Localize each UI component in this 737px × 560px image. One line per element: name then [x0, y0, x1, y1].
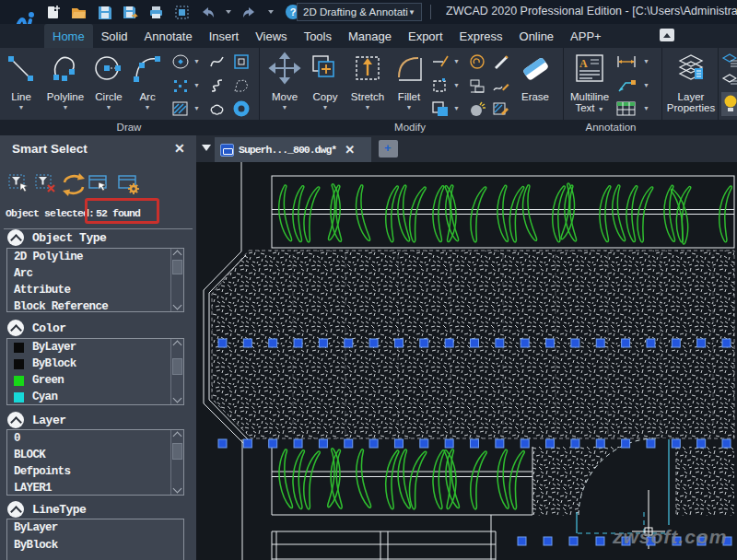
- dimension-dropdown-icon[interactable]: ▼: [643, 58, 649, 64]
- circle-dropdown-icon[interactable]: ▼: [90, 104, 127, 111]
- open-file-icon[interactable]: [71, 5, 88, 20]
- offset-dropdown-icon[interactable]: ▼: [453, 105, 460, 111]
- tab-online[interactable]: Online: [511, 24, 563, 48]
- list-item[interactable]: Defpoints: [7, 463, 183, 480]
- section-linetype[interactable]: LineType: [7, 501, 86, 518]
- leader-dropdown-icon[interactable]: ▼: [643, 82, 649, 88]
- line-button[interactable]: Line ▼: [2, 52, 41, 111]
- region-icon[interactable]: [232, 53, 251, 70]
- point-dropdown-icon[interactable]: ▼: [193, 82, 200, 88]
- edit-polyline-icon[interactable]: [492, 53, 510, 70]
- section-object-type[interactable]: Object Type: [7, 229, 106, 246]
- select-window-button[interactable]: [87, 172, 112, 197]
- drawing-canvas[interactable]: [196, 162, 737, 560]
- layer-properties-button[interactable]: LayerProperties: [665, 52, 717, 113]
- collapse-section-icon[interactable]: [7, 229, 24, 246]
- section-layer[interactable]: Layer: [7, 412, 66, 428]
- wipeout-icon[interactable]: [232, 77, 251, 94]
- linetype-list[interactable]: ByLayer ByBlock: [6, 519, 184, 560]
- collapse-section-icon[interactable]: [7, 320, 24, 336]
- fillet-button[interactable]: Fillet ▼: [391, 52, 427, 111]
- layer-state-icon[interactable]: [721, 52, 737, 67]
- doc-tab-dropdown-icon[interactable]: [202, 145, 211, 151]
- print-preview-icon[interactable]: [174, 5, 190, 20]
- section-color[interactable]: Color: [7, 320, 66, 336]
- list-item[interactable]: ByLayer: [7, 339, 183, 356]
- edit-spline-icon[interactable]: [492, 77, 510, 94]
- list-item[interactable]: BLOCK: [7, 447, 183, 463]
- tab-annotate[interactable]: Annotate: [136, 24, 201, 48]
- object-type-list[interactable]: 2D Polyline Arc Attribute Block Referenc…: [6, 248, 184, 312]
- tab-home[interactable]: Home: [44, 24, 93, 48]
- move-button[interactable]: Move ▼: [265, 52, 304, 111]
- list-item[interactable]: Arc: [7, 265, 183, 282]
- select-filter-button[interactable]: [6, 172, 32, 197]
- list-item[interactable]: ByLayer: [7, 519, 183, 537]
- save-as-icon[interactable]: [123, 5, 138, 20]
- invert-selection-button[interactable]: [61, 172, 87, 197]
- ellipse-dropdown-icon[interactable]: ▼: [193, 58, 200, 64]
- multiline-text-button[interactable]: A MultilineText ▼: [567, 52, 612, 115]
- undo-icon[interactable]: [200, 6, 215, 19]
- scrollbar[interactable]: [170, 249, 183, 311]
- tab-tools[interactable]: Tools: [296, 24, 340, 48]
- polyline-dropdown-icon[interactable]: ▼: [42, 104, 88, 111]
- list-item[interactable]: LAYER1: [7, 480, 183, 496]
- fillet-dropdown-icon[interactable]: ▼: [391, 104, 427, 111]
- scale-dropdown-icon[interactable]: ▼: [453, 82, 460, 88]
- tab-insert[interactable]: Insert: [201, 24, 248, 48]
- scale-icon[interactable]: [431, 77, 450, 94]
- trim-icon[interactable]: [431, 53, 450, 70]
- collapse-section-icon[interactable]: [7, 412, 24, 428]
- line-dropdown-icon[interactable]: ▼: [2, 104, 41, 111]
- ribbon-collapse-button[interactable]: [660, 29, 674, 41]
- redo-icon[interactable]: [242, 6, 257, 19]
- save-icon[interactable]: [98, 5, 112, 20]
- select-settings-button[interactable]: [116, 172, 142, 197]
- ellipse-icon[interactable]: [171, 53, 190, 70]
- drawing-area[interactable]: Superh..._800.dwg* ✕ zwsoft.com: [196, 135, 737, 560]
- spline-icon[interactable]: [208, 53, 227, 70]
- polyline-button[interactable]: Polyline ▼: [42, 52, 88, 111]
- leader-icon[interactable]: [615, 77, 638, 94]
- redo-dropdown-icon[interactable]: [267, 8, 275, 16]
- layer-on-bulb-icon[interactable]: [721, 92, 737, 116]
- arc-dropdown-icon[interactable]: ▼: [129, 104, 166, 111]
- copy-button[interactable]: Copy ▼: [306, 52, 345, 111]
- dimension-icon[interactable]: [615, 53, 638, 70]
- spline-fit-icon[interactable]: [208, 77, 227, 94]
- list-item[interactable]: ByBlock: [7, 537, 183, 554]
- clear-filter-button[interactable]: [33, 172, 59, 197]
- list-item[interactable]: 2D Polyline: [7, 249, 183, 265]
- hatch-icon[interactable]: [171, 100, 190, 117]
- new-file-icon[interactable]: [46, 5, 61, 20]
- table-dropdown-icon[interactable]: ▼: [643, 105, 649, 111]
- list-item[interactable]: Attribute: [7, 282, 183, 298]
- tab-express[interactable]: Express: [451, 24, 511, 48]
- print-icon[interactable]: [148, 5, 164, 20]
- workspace-selector[interactable]: 2D Drafting & Annotati ▼: [297, 3, 422, 21]
- table-icon[interactable]: [615, 100, 638, 117]
- list-item[interactable]: ByBlock: [7, 356, 183, 372]
- list-item[interactable]: 0: [7, 430, 183, 447]
- edit-hatch-icon[interactable]: [492, 100, 510, 117]
- new-tab-button[interactable]: [379, 140, 398, 158]
- document-tab[interactable]: Superh..._800.dwg* ✕: [215, 137, 371, 162]
- undo-dropdown-icon[interactable]: [225, 8, 232, 16]
- donut-icon[interactable]: [232, 100, 251, 117]
- trim-dropdown-icon[interactable]: ▼: [453, 58, 460, 64]
- tab-manage[interactable]: Manage: [340, 24, 400, 48]
- tab-export[interactable]: Export: [400, 24, 451, 48]
- scrollbar[interactable]: [170, 339, 183, 404]
- scrollbar[interactable]: [170, 430, 183, 495]
- align-icon[interactable]: [468, 77, 486, 94]
- copy-dropdown-icon[interactable]: ▼: [306, 104, 345, 111]
- hatch-dropdown-icon[interactable]: ▼: [193, 105, 200, 111]
- move-dropdown-icon[interactable]: ▼: [265, 104, 304, 111]
- collapse-section-icon[interactable]: [7, 501, 24, 518]
- circle-button[interactable]: Circle ▼: [90, 52, 127, 111]
- tab-solid[interactable]: Solid: [93, 24, 136, 48]
- list-item[interactable]: Block Reference: [7, 298, 183, 315]
- panel-close-icon[interactable]: ✕: [174, 141, 185, 156]
- point-icon[interactable]: [171, 77, 190, 94]
